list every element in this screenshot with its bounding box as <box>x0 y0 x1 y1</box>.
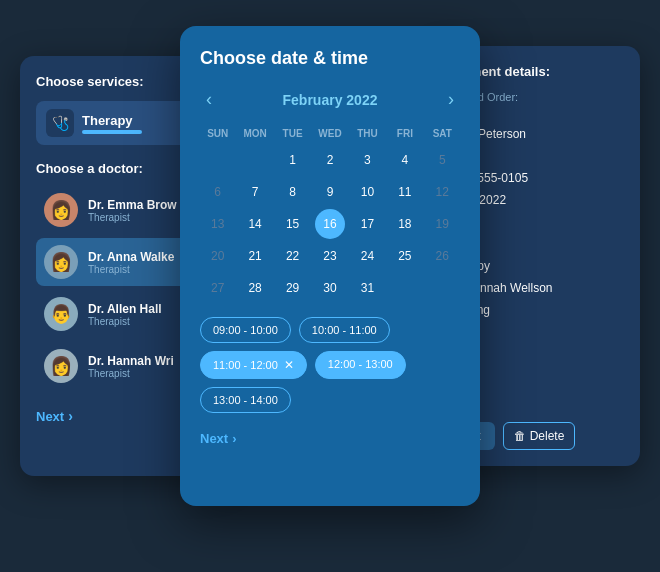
close-icon[interactable]: ✕ <box>284 358 294 372</box>
date-picker-title: Choose date & time <box>200 48 460 69</box>
scene: Choose services: 🩺 Therapy Choose a doct… <box>20 26 640 546</box>
time-slot[interactable]: 09:00 - 10:00 <box>200 317 291 343</box>
trash-icon: 🗑 <box>514 429 526 443</box>
time-slot[interactable]: 13:00 - 14:00 <box>200 387 291 413</box>
avatar: 👩 <box>44 245 78 279</box>
calendar-grid: SUN MON TUE WED THU FRI SAT 1 2 3 4 5 6 … <box>200 124 460 303</box>
doctor-info: Dr. Hannah Wri Therapist <box>88 354 174 379</box>
calendar-nav: ‹ February 2022 › <box>200 87 460 112</box>
next-month-button[interactable]: › <box>442 87 460 112</box>
day-header-mon: MON <box>237 124 272 143</box>
calendar-day[interactable]: 30 <box>315 273 345 303</box>
chevron-right-icon: › <box>68 408 73 424</box>
calendar-day[interactable]: 3 <box>352 145 382 175</box>
doctor-role: Therapist <box>88 316 162 327</box>
calendar-day[interactable]: 15 <box>278 209 308 239</box>
calendar-day[interactable]: 26 <box>427 241 457 271</box>
doctor-name: Dr. Anna Walke <box>88 250 174 264</box>
delete-button[interactable]: 🗑 Delete <box>503 422 576 450</box>
time-slots: 09:00 - 10:00 10:00 - 11:00 11:00 - 12:0… <box>200 317 460 413</box>
doctor-name: Dr. Hannah Wri <box>88 354 174 368</box>
calendar-day[interactable]: 17 <box>352 209 382 239</box>
calendar-day[interactable]: 29 <box>278 273 308 303</box>
calendar-day[interactable]: 18 <box>390 209 420 239</box>
day-header-fri: FRI <box>387 124 422 143</box>
avatar: 👨 <box>44 297 78 331</box>
calendar-day[interactable]: 11 <box>390 177 420 207</box>
calendar-day[interactable]: 24 <box>352 241 382 271</box>
service-icon: 🩺 <box>46 109 74 137</box>
calendar-day <box>390 273 420 303</box>
time-slot-selected[interactable]: 12:00 - 13:00 <box>315 351 406 379</box>
calendar-day <box>203 145 233 175</box>
calendar-day <box>240 145 270 175</box>
doctor-info: Dr. Anna Walke Therapist <box>88 250 174 275</box>
doctor-role: Therapist <box>88 368 174 379</box>
service-name: Therapy <box>82 113 142 128</box>
calendar-day[interactable]: 5 <box>427 145 457 175</box>
calendar-day[interactable]: 14 <box>240 209 270 239</box>
prev-month-button[interactable]: ‹ <box>200 87 218 112</box>
next-button-center[interactable]: Next › <box>200 431 237 446</box>
calendar-day[interactable]: 7 <box>240 177 270 207</box>
calendar-day[interactable]: 19 <box>427 209 457 239</box>
calendar-day[interactable]: 28 <box>240 273 270 303</box>
calendar-day <box>427 273 457 303</box>
calendar-day[interactable]: 2 <box>315 145 345 175</box>
chevron-right-icon: › <box>232 431 236 446</box>
calendar-month: February 2022 <box>283 92 378 108</box>
day-header-tue: TUE <box>275 124 310 143</box>
calendar-day[interactable]: 31 <box>352 273 382 303</box>
calendar-day[interactable]: 21 <box>240 241 270 271</box>
next-button-left[interactable]: Next › <box>36 408 73 424</box>
avatar: 👩 <box>44 349 78 383</box>
calendar-day[interactable]: 13 <box>203 209 233 239</box>
calendar-day[interactable]: 20 <box>203 241 233 271</box>
calendar-day[interactable]: 6 <box>203 177 233 207</box>
calendar-day[interactable]: 12 <box>427 177 457 207</box>
calendar-day[interactable]: 10 <box>352 177 382 207</box>
calendar-day[interactable]: 4 <box>390 145 420 175</box>
calendar-day[interactable]: 1 <box>278 145 308 175</box>
avatar: 👩 <box>44 193 78 227</box>
calendar-day[interactable]: 9 <box>315 177 345 207</box>
calendar-day[interactable]: 25 <box>390 241 420 271</box>
day-header-sun: SUN <box>200 124 235 143</box>
day-header-thu: THU <box>350 124 385 143</box>
doctor-role: Therapist <box>88 212 177 223</box>
time-slot-selected[interactable]: 11:00 - 12:00 ✕ <box>200 351 307 379</box>
day-header-wed: WED <box>312 124 347 143</box>
calendar-day[interactable]: 23 <box>315 241 345 271</box>
card-date-picker: Choose date & time ‹ February 2022 › SUN… <box>180 26 480 506</box>
day-header-sat: SAT <box>425 124 460 143</box>
doctor-info: Dr. Emma Brow Therapist <box>88 198 177 223</box>
doctor-role: Therapist <box>88 264 174 275</box>
doctor-name: Dr. Emma Brow <box>88 198 177 212</box>
calendar-day[interactable]: 27 <box>203 273 233 303</box>
time-slot[interactable]: 10:00 - 11:00 <box>299 317 390 343</box>
calendar-day-selected[interactable]: 16 <box>315 209 345 239</box>
calendar-day[interactable]: 8 <box>278 177 308 207</box>
service-bar <box>82 130 142 134</box>
doctor-info: Dr. Allen Hall Therapist <box>88 302 162 327</box>
calendar-day[interactable]: 22 <box>278 241 308 271</box>
doctor-name: Dr. Allen Hall <box>88 302 162 316</box>
